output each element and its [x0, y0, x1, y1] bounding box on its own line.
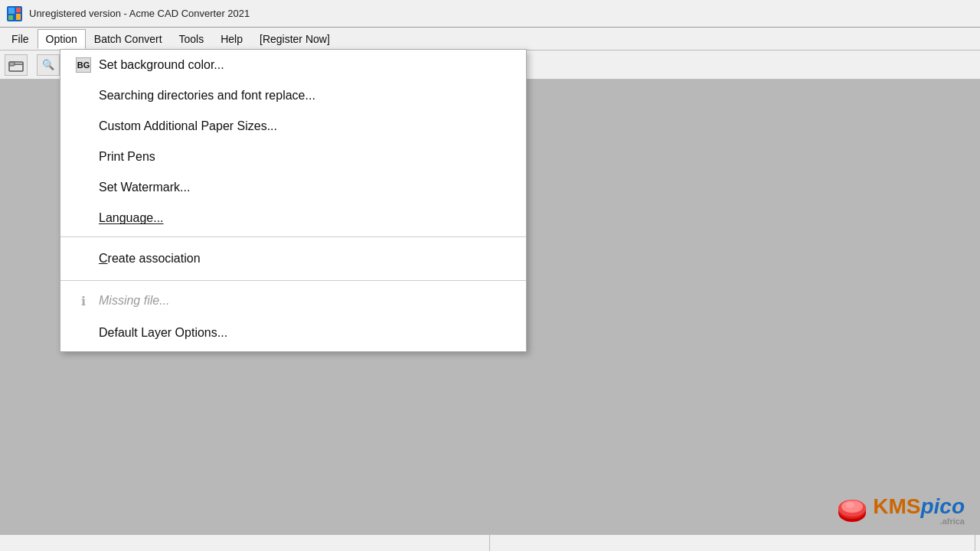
bg-icon: BG — [76, 57, 91, 73]
default-layer-label: Default Layer Options... — [99, 326, 227, 340]
menu-default-layer[interactable]: Default Layer Options... — [60, 318, 526, 351]
menu-batch-convert[interactable]: Batch Convert — [86, 29, 171, 49]
menu-missing-file: ℹ Missing file... — [60, 284, 526, 318]
no-icon-2 — [76, 119, 91, 134]
status-text — [5, 535, 490, 551]
separator-1 — [60, 236, 526, 237]
svg-rect-3 — [8, 15, 13, 20]
no-icon-7 — [76, 325, 91, 341]
menu-help[interactable]: Help — [212, 29, 251, 49]
watermark-logo: KMSpico .africa — [835, 493, 965, 528]
menu-bar: File Option Batch Convert Tools Help [Re… — [0, 28, 980, 51]
missing-info-icon: ℹ — [76, 293, 91, 308]
menu-paper-sizes[interactable]: Custom Additional Paper Sizes... — [60, 111, 526, 142]
separator-2 — [60, 280, 526, 281]
search-dirs-label: Searching directories and font replace..… — [99, 89, 315, 103]
svg-rect-1 — [8, 8, 15, 14]
kms-brand-text: KMSpico .africa — [873, 496, 965, 526]
app-icon — [6, 5, 23, 22]
menu-watermark[interactable]: Set Watermark... — [60, 172, 526, 203]
menu-option[interactable]: Option — [38, 29, 86, 49]
svg-rect-2 — [16, 8, 21, 12]
status-extra — [490, 535, 975, 551]
menu-create-assoc[interactable]: Create association — [60, 240, 526, 277]
language-label: Language... — [99, 211, 164, 225]
no-icon-4 — [76, 180, 91, 195]
menu-language[interactable]: Language... — [60, 203, 526, 233]
svg-rect-4 — [16, 14, 21, 20]
menu-set-bg[interactable]: BG Set background color... — [60, 50, 526, 80]
kms-icon — [835, 493, 870, 528]
menu-search-dirs[interactable]: Searching directories and font replace..… — [60, 80, 526, 111]
set-bg-label: Set background color... — [99, 58, 224, 72]
no-icon-3 — [76, 149, 91, 165]
paper-sizes-label: Custom Additional Paper Sizes... — [99, 119, 277, 133]
title-bar: Unregistered version - Acme CAD Converte… — [0, 0, 980, 28]
open-button[interactable] — [5, 54, 28, 76]
no-icon-1 — [76, 88, 91, 103]
svg-point-28 — [845, 502, 854, 508]
menu-print-pens[interactable]: Print Pens — [60, 142, 526, 172]
no-icon-5 — [76, 210, 91, 226]
svg-rect-6 — [9, 62, 15, 66]
app-title: Unregistered version - Acme CAD Converte… — [29, 8, 250, 19]
menu-register[interactable]: [Register Now] — [251, 29, 338, 49]
status-bar — [0, 534, 980, 551]
create-assoc-label: Create association — [99, 252, 201, 266]
search-button[interactable]: 🔍 — [37, 54, 60, 76]
watermark-label: Set Watermark... — [99, 181, 190, 194]
menu-tools[interactable]: Tools — [171, 29, 213, 49]
kms-africa-text: .africa — [873, 517, 965, 526]
missing-file-label: Missing file... — [99, 294, 169, 308]
menu-file[interactable]: File — [3, 29, 38, 49]
print-pens-label: Print Pens — [99, 150, 155, 164]
option-dropdown: BG Set background color... Searching dir… — [60, 49, 527, 352]
no-icon-6 — [76, 251, 91, 266]
